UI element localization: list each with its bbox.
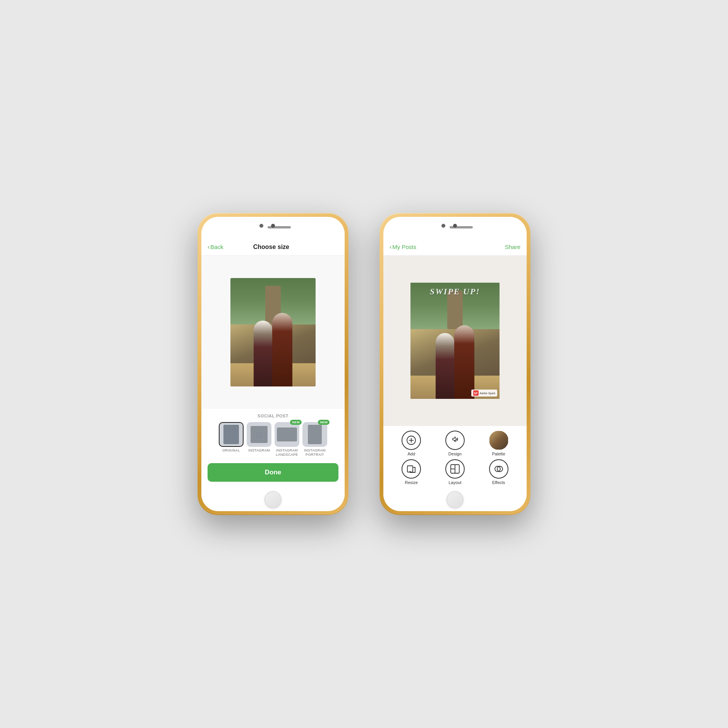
back-button[interactable]: ‹ Back bbox=[208, 244, 223, 251]
adobe-spark-label: Adobe Spark bbox=[480, 392, 495, 395]
share-button[interactable]: Share bbox=[505, 244, 520, 250]
resize-label: Resize bbox=[405, 480, 418, 485]
tool-design[interactable]: Design bbox=[440, 431, 470, 456]
tool-resize[interactable]: Resize bbox=[396, 459, 427, 485]
size-options: ORIGINAL □ INSTAGRAM bbox=[206, 422, 340, 457]
camera-dot bbox=[271, 224, 275, 228]
person-right bbox=[272, 313, 292, 386]
resize-icon bbox=[402, 459, 421, 479]
palette-label: Palette bbox=[492, 452, 505, 456]
phone-1-screen: ‹ Back Choose size bbox=[201, 239, 345, 488]
phone-2: ‹ My Posts Share SWIP bbox=[379, 213, 531, 515]
swipe-up-text[interactable]: SWIPE UP! bbox=[410, 287, 500, 297]
size-option-instagram[interactable]: □ INSTAGRAM bbox=[247, 422, 271, 457]
size-thumb-portrait: NEW bbox=[302, 422, 327, 447]
adobe-sp-logo: SP bbox=[473, 390, 479, 396]
home-button-1[interactable] bbox=[264, 491, 282, 508]
canvas-person-right bbox=[454, 325, 474, 399]
person-left bbox=[254, 321, 272, 386]
my-posts-label: My Posts bbox=[392, 244, 416, 250]
image-preview bbox=[201, 256, 345, 409]
phone-2-bottom bbox=[383, 488, 527, 511]
phone-1-top bbox=[201, 217, 345, 239]
design-svg bbox=[450, 435, 460, 445]
phone-1: ‹ Back Choose size bbox=[197, 213, 349, 515]
add-svg bbox=[406, 435, 416, 445]
add-icon bbox=[402, 431, 421, 450]
couple-silhouette bbox=[248, 305, 298, 386]
home-button-2[interactable] bbox=[446, 491, 464, 508]
main-scene: ‹ Back Choose size bbox=[197, 213, 531, 515]
back-label: Back bbox=[210, 244, 223, 250]
tool-add[interactable]: Add bbox=[396, 431, 427, 456]
phone-2-inner: ‹ My Posts Share SWIP bbox=[383, 217, 527, 511]
my-posts-back-button[interactable]: ‹ My Posts bbox=[390, 244, 416, 251]
layout-svg bbox=[450, 464, 460, 474]
landscape-thumb-icon bbox=[277, 428, 297, 441]
portrait-thumb-icon bbox=[308, 425, 322, 444]
back-chevron-icon: ‹ bbox=[208, 244, 209, 251]
photo-canvas: SWIPE UP! SP Adobe Spark bbox=[383, 256, 527, 426]
size-section-title: SOCIAL POST bbox=[206, 414, 340, 418]
phone-1-bottom bbox=[201, 488, 345, 511]
canvas-couple bbox=[430, 318, 480, 399]
back-chevron-2-icon: ‹ bbox=[390, 244, 391, 251]
effects-label: Effects bbox=[492, 480, 505, 485]
size-option-original[interactable]: ORIGINAL bbox=[219, 422, 244, 457]
toolbar: Add bbox=[383, 426, 527, 488]
size-label-portrait: INSTAGRAMPORTRAIT bbox=[304, 448, 326, 457]
done-button[interactable]: Done bbox=[208, 463, 338, 482]
palette-gradient bbox=[489, 431, 508, 450]
tool-palette[interactable]: Palette bbox=[483, 431, 514, 456]
canvas-person-left bbox=[436, 333, 454, 399]
editor-screen: ‹ My Posts Share SWIP bbox=[383, 239, 527, 488]
size-label-original: ORIGINAL bbox=[222, 448, 240, 453]
size-thumb-landscape: NEW bbox=[275, 422, 299, 447]
size-option-instagram-portrait[interactable]: NEW INSTAGRAMPORTRAIT bbox=[302, 422, 327, 457]
size-label-landscape: INSTAGRAMLANDSCAPE bbox=[276, 448, 298, 457]
camera-dot-2 bbox=[453, 224, 457, 228]
preview-photo bbox=[230, 278, 316, 386]
new-badge-landscape: NEW bbox=[290, 420, 302, 425]
size-thumb-instagram: □ bbox=[247, 422, 271, 447]
design-icon bbox=[445, 431, 465, 450]
resize-svg bbox=[406, 464, 416, 474]
add-label: Add bbox=[408, 452, 416, 456]
page-title: Choose size bbox=[253, 244, 289, 251]
original-thumb-icon bbox=[223, 425, 239, 444]
tool-layout[interactable]: Layout bbox=[440, 459, 470, 485]
canvas-photo: SWIPE UP! SP Adobe Spark bbox=[410, 283, 500, 399]
effects-icon bbox=[489, 459, 508, 479]
new-badge-portrait: NEW bbox=[318, 420, 330, 425]
design-label: Design bbox=[448, 452, 462, 456]
size-thumb-original bbox=[219, 422, 244, 447]
instagram-thumb-icon: □ bbox=[251, 426, 268, 443]
phone-1-inner: ‹ Back Choose size bbox=[201, 217, 345, 511]
palette-icon bbox=[489, 431, 508, 450]
tool-effects[interactable]: Effects bbox=[483, 459, 514, 485]
adobe-spark-badge: SP Adobe Spark bbox=[471, 390, 497, 397]
size-label-instagram: INSTAGRAM bbox=[248, 448, 270, 453]
layout-icon bbox=[445, 459, 465, 479]
nav-bar-1: ‹ Back Choose size bbox=[201, 239, 345, 256]
toolbar-row-1: Add bbox=[383, 429, 527, 458]
phone-2-top bbox=[383, 217, 527, 239]
size-option-instagram-landscape[interactable]: NEW INSTAGRAMLANDSCAPE bbox=[275, 422, 299, 457]
toolbar-row-2: Resize Layout bbox=[383, 458, 527, 486]
nav-bar-2: ‹ My Posts Share bbox=[383, 239, 527, 256]
front-camera-2-icon bbox=[441, 224, 445, 228]
size-section: SOCIAL POST ORIGINAL bbox=[201, 409, 345, 460]
layout-label: Layout bbox=[448, 480, 461, 485]
effects-svg bbox=[494, 464, 504, 474]
front-camera-icon bbox=[259, 224, 263, 228]
